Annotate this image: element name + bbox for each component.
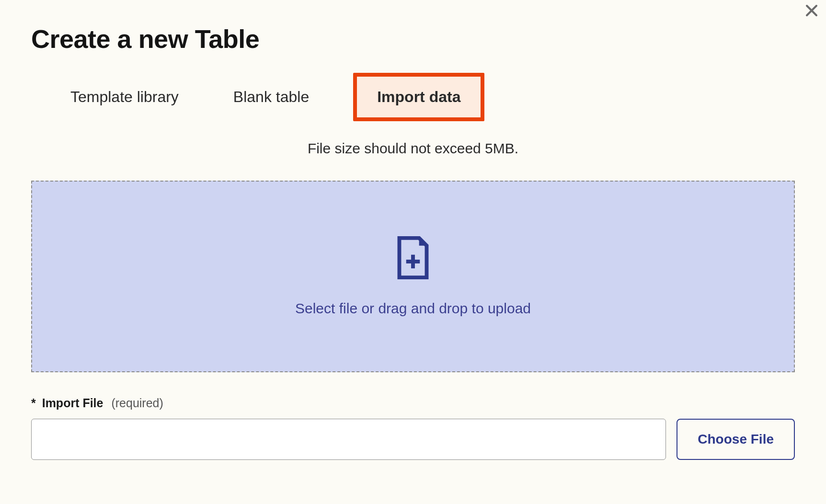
create-table-modal: Create a new Table Template library Blan… [0,0,826,504]
tab-import-data[interactable]: Import data [353,73,484,121]
file-input-row: Choose File [31,419,795,460]
file-size-hint: File size should not exceed 5MB. [31,140,795,157]
tabs: Template library Blank table Import data [31,73,795,121]
required-asterisk: * [31,396,36,410]
modal-title: Create a new Table [31,24,795,54]
close-button[interactable] [802,2,821,21]
import-file-label-sub: (required) [111,396,163,410]
dropzone-text: Select file or drag and drop to upload [295,300,531,317]
close-icon [804,3,819,20]
import-file-input[interactable] [31,419,666,460]
import-file-label: * Import File (required) [31,396,795,410]
file-dropzone[interactable]: Select file or drag and drop to upload [31,181,795,372]
tab-import-data-label: Import data [357,77,481,117]
choose-file-button[interactable]: Choose File [677,419,795,460]
file-add-icon [395,236,431,281]
tab-template-library[interactable]: Template library [60,80,189,115]
import-file-label-main: Import File [42,396,103,410]
tab-blank-table[interactable]: Blank table [223,80,320,115]
